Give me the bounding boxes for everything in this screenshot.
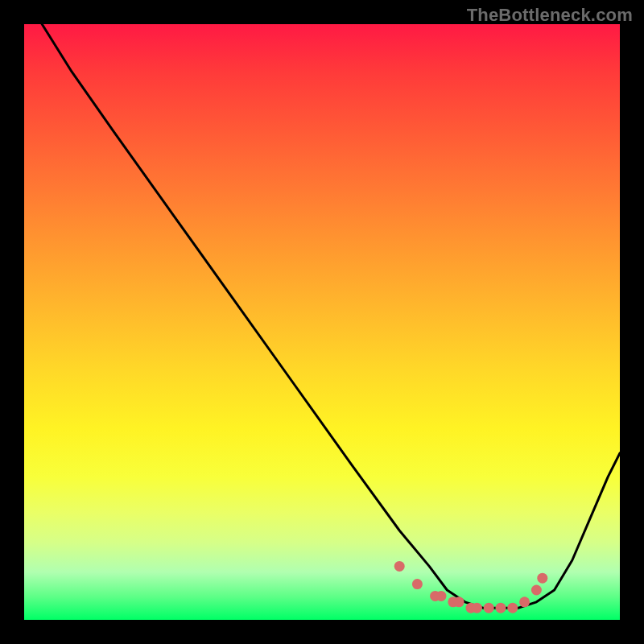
marker-dot bbox=[394, 561, 405, 572]
watermark-text: TheBottleneck.com bbox=[467, 5, 633, 26]
marker-dot bbox=[537, 573, 547, 584]
marker-layer bbox=[394, 561, 548, 613]
marker-dot bbox=[519, 597, 530, 607]
chart-container: TheBottleneck.com bbox=[0, 0, 644, 644]
marker-dot bbox=[496, 603, 506, 613]
bottleneck-curve-path bbox=[42, 24, 620, 608]
plot-area bbox=[24, 24, 620, 620]
marker-dot bbox=[484, 603, 494, 613]
marker-dot bbox=[531, 585, 542, 596]
marker-dot bbox=[436, 591, 447, 601]
marker-dot bbox=[507, 603, 518, 613]
marker-dot bbox=[454, 597, 464, 607]
curve-layer bbox=[42, 24, 620, 608]
marker-dot bbox=[472, 603, 482, 613]
chart-svg bbox=[24, 24, 620, 620]
marker-dot bbox=[412, 579, 423, 589]
